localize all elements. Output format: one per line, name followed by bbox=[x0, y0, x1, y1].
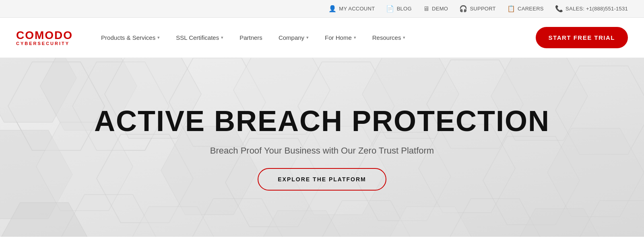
chevron-down-icon: ▾ bbox=[354, 35, 356, 40]
nav-ssl[interactable]: SSL Certificates ▾ bbox=[168, 18, 231, 58]
top-bar-demo[interactable]: 🖥 DEMO bbox=[423, 5, 448, 12]
chevron-down-icon: ▾ bbox=[221, 35, 223, 40]
logo-comodo: COMODO bbox=[16, 30, 73, 41]
top-bar-my-account[interactable]: 👤 MY ACCOUNT bbox=[328, 5, 375, 12]
top-bar-blog[interactable]: 📄 BLOG bbox=[386, 5, 411, 12]
top-bar: 👤 MY ACCOUNT 📄 BLOG 🖥 DEMO 🎧 SUPPORT 📋 C… bbox=[0, 0, 644, 18]
nav-resources[interactable]: Resources ▾ bbox=[364, 18, 414, 58]
start-free-trial-button[interactable]: START FREE TRIAL bbox=[536, 27, 628, 48]
nav-links: Products & Services ▾ SSL Certificates ▾… bbox=[93, 18, 536, 58]
top-bar-sales[interactable]: 📞 SALES: +1(888)551-1531 bbox=[555, 5, 628, 12]
nav-forhome[interactable]: For Home ▾ bbox=[317, 18, 364, 58]
support-icon: 🎧 bbox=[459, 5, 467, 12]
blog-icon: 📄 bbox=[386, 5, 394, 12]
logo-cybersecurity: CYBERSECURITY bbox=[16, 41, 73, 46]
explore-platform-button[interactable]: EXPLORE THE PLATFORM bbox=[258, 168, 386, 191]
account-icon: 👤 bbox=[328, 5, 336, 12]
nav-company[interactable]: Company ▾ bbox=[270, 18, 317, 58]
chevron-down-icon: ▾ bbox=[157, 35, 160, 40]
hero-subtitle: Breach Proof Your Business with Our Zero… bbox=[210, 146, 434, 156]
hero-section: ACTIVE BREACH PROTECTION Breach Proof Yo… bbox=[0, 58, 644, 237]
nav-products[interactable]: Products & Services ▾ bbox=[93, 18, 168, 58]
main-nav: COMODO CYBERSECURITY Products & Services… bbox=[0, 18, 644, 58]
careers-icon: 📋 bbox=[507, 5, 515, 12]
top-bar-careers[interactable]: 📋 CAREERS bbox=[507, 5, 544, 12]
hero-title: ACTIVE BREACH PROTECTION bbox=[94, 105, 550, 137]
chevron-down-icon: ▾ bbox=[306, 35, 309, 40]
hero-content: ACTIVE BREACH PROTECTION Breach Proof Yo… bbox=[94, 105, 550, 191]
chevron-down-icon: ▾ bbox=[403, 35, 405, 40]
phone-icon: 📞 bbox=[555, 5, 563, 12]
nav-partners[interactable]: Partners bbox=[231, 18, 270, 58]
demo-icon: 🖥 bbox=[423, 5, 429, 12]
top-bar-support[interactable]: 🎧 SUPPORT bbox=[459, 5, 496, 12]
logo[interactable]: COMODO CYBERSECURITY bbox=[16, 30, 73, 46]
